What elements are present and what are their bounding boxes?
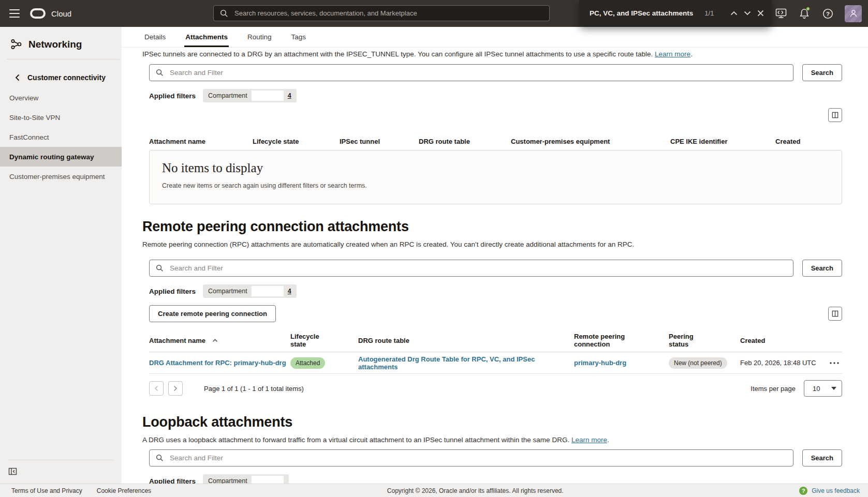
search-icon: [156, 69, 164, 77]
compartment-filter-chip[interactable]: Compartment 4: [203, 89, 297, 102]
close-icon: [757, 10, 764, 17]
give-us-feedback-link[interactable]: Give us feedback: [812, 487, 860, 494]
filter-chip-count[interactable]: 4: [288, 92, 291, 99]
tab-attachments[interactable]: Attachments: [184, 33, 229, 47]
sidebar-item-label: Customer-premises equipment: [9, 173, 105, 180]
column-header[interactable]: Customer-premises equipment: [511, 138, 670, 145]
drg-route-table-link[interactable]: Autogenerated Drg Route Table for RPC, V…: [358, 355, 574, 371]
sidebar-item-customer-premises-equipment[interactable]: Customer-premises equipment: [0, 167, 122, 186]
empty-state-message: Create new items or search again using d…: [162, 182, 842, 189]
find-next-button[interactable]: [741, 5, 754, 21]
chevron-down-icon: [744, 11, 751, 16]
chevron-up-icon: [730, 11, 738, 16]
feedback[interactable]: ? Give us feedback: [799, 487, 860, 495]
svg-text:?: ?: [826, 10, 829, 17]
global-search[interactable]: [213, 5, 550, 21]
sidebar-item-overview[interactable]: Overview: [0, 88, 122, 108]
find-query-input[interactable]: PC, VC, and IPSec attachments: [590, 9, 693, 17]
find-close-button[interactable]: [754, 5, 767, 21]
next-page-button[interactable]: [168, 381, 183, 396]
rpc-description: Remote peering connection (RPC) attachme…: [142, 240, 842, 249]
notifications-button[interactable]: [798, 7, 811, 20]
compartment-filter-chip[interactable]: Compartment 4: [203, 284, 297, 298]
column-header[interactable]: DRG route table: [358, 337, 574, 344]
rpc-section-title: Remote peering connection attachments: [142, 219, 842, 235]
find-previous-button[interactable]: [727, 5, 741, 21]
loopback-search-input[interactable]: [169, 454, 787, 462]
ipsec-search-button[interactable]: Search: [802, 64, 842, 81]
loopback-learn-more-link[interactable]: Learn more: [571, 436, 607, 444]
sidebar-item-dynamic-routing-gateway[interactable]: Dynamic routing gateway: [0, 147, 122, 167]
filter-chip-count[interactable]: 4: [288, 288, 291, 295]
loopback-search-button[interactable]: Search: [802, 449, 842, 466]
attachment-name-link[interactable]: DRG Attachment for RPC: primary-hub-drg: [149, 359, 290, 367]
search-icon: [156, 454, 164, 462]
global-search-input[interactable]: [233, 9, 543, 18]
content: IPSec tunnels are connected to a DRG by …: [122, 50, 868, 484]
filter-chip-label: Compartment: [208, 288, 247, 295]
sidebar-item-fastconnect[interactable]: FastConnect: [0, 127, 122, 147]
applied-filters-label: Applied filters: [149, 288, 196, 295]
terms-link[interactable]: Terms of Use and Privacy: [11, 487, 82, 494]
applied-filters-label: Applied filters: [149, 477, 196, 484]
ipsec-search-input[interactable]: [169, 68, 787, 77]
column-header-sorted[interactable]: Attachment name: [149, 337, 290, 344]
column-header[interactable]: Created: [775, 138, 842, 145]
ipsec-empty-state: No items to display Create new items or …: [149, 150, 842, 204]
rpc-search-button[interactable]: Search: [802, 260, 842, 277]
rpc-search-row: Search: [149, 260, 842, 277]
column-header[interactable]: Remote peering connection: [574, 333, 634, 348]
rpc-search-input[interactable]: [169, 264, 787, 273]
sidebar-back[interactable]: Customer connectivity: [0, 73, 122, 82]
hamburger-menu-icon[interactable]: [9, 8, 20, 19]
cloud-shell-button[interactable]: [775, 7, 787, 20]
column-header[interactable]: IPSec tunnel: [340, 138, 419, 145]
footer: Terms of Use and Privacy Cookie Preferen…: [0, 484, 868, 497]
user-avatar[interactable]: [845, 5, 862, 22]
brand[interactable]: Cloud: [30, 0, 71, 27]
column-header[interactable]: Created: [740, 337, 830, 344]
compartment-name-redacted: [252, 91, 284, 101]
oracle-logo-icon: [30, 8, 46, 19]
rpc-search-box[interactable]: [149, 260, 793, 277]
dropdown-caret-icon: [831, 387, 836, 390]
ipsec-column-settings-button[interactable]: [828, 108, 842, 122]
cookie-preferences-link[interactable]: Cookie Preferences: [97, 487, 151, 494]
loopback-search-box[interactable]: [149, 449, 793, 466]
ipsec-search-box[interactable]: [149, 64, 793, 81]
items-per-page-select[interactable]: 10: [804, 380, 842, 397]
table-row: DRG Attachment for RPC: primary-hub-drg …: [149, 352, 842, 374]
previous-page-button[interactable]: [149, 381, 164, 396]
cloud-shell-icon: [775, 8, 787, 19]
chevron-right-icon: [173, 385, 178, 391]
rpc-pagination: Page 1 of 1 (1 - 1 of 1 total items) Ite…: [149, 380, 842, 397]
created-cell: Feb 20, 2026, 18:48 UTC: [740, 359, 830, 367]
peering-status-badge: New (not peered): [669, 357, 727, 369]
column-header[interactable]: Attachment name: [149, 138, 253, 145]
back-chevron-icon: [15, 74, 20, 81]
filter-chip-label: Compartment: [208, 92, 247, 99]
sidebar-bottom-divider: [8, 460, 113, 460]
column-header[interactable]: Peering status: [669, 333, 702, 348]
rpc-column-settings-button[interactable]: [828, 307, 842, 321]
tab-tags[interactable]: Tags: [290, 33, 307, 47]
remote-peering-connection-link[interactable]: primary-hub-drg: [574, 359, 669, 367]
sort-ascending-icon: [212, 339, 218, 342]
create-remote-peering-connection-button[interactable]: Create remote peering connection: [149, 305, 276, 322]
items-per-page-label: Items per page: [751, 385, 796, 393]
ipsec-learn-more-link[interactable]: Learn more: [655, 50, 690, 58]
sidebar-item-site-to-site-vpn[interactable]: Site-to-Site VPN: [0, 108, 122, 127]
loopback-description-text: A DRG uses a loopback attachment to forw…: [142, 436, 569, 444]
help-button[interactable]: ?: [821, 7, 834, 20]
sidebar-collapse-button[interactable]: [8, 467, 17, 476]
column-header[interactable]: Lifecycle state: [290, 333, 327, 348]
column-header[interactable]: DRG route table: [419, 138, 511, 145]
row-actions-menu-button[interactable]: [830, 362, 842, 364]
compartment-filter-chip[interactable]: Compartment: [203, 474, 289, 484]
tab-routing[interactable]: Routing: [246, 33, 273, 47]
column-header[interactable]: CPE IKE identifier: [670, 138, 775, 145]
column-header[interactable]: Lifecycle state: [253, 138, 340, 145]
empty-state-title: No items to display: [162, 161, 842, 175]
tab-details[interactable]: Details: [143, 33, 167, 47]
loopback-applied-filters: Applied filters Compartment: [149, 474, 842, 484]
